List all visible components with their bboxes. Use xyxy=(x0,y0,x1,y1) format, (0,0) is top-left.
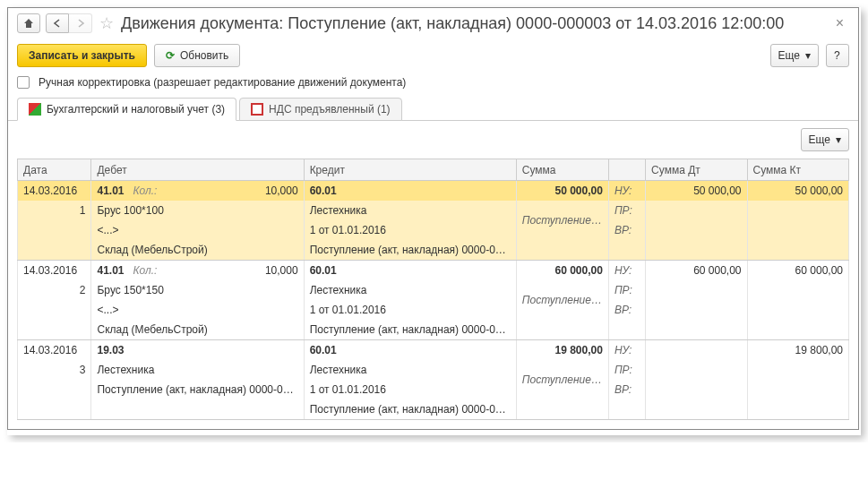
home-button[interactable] xyxy=(17,13,40,33)
grid-more-button[interactable]: Еще ▾ xyxy=(801,128,849,151)
chevron-down-icon: ▾ xyxy=(805,49,811,62)
col-debit[interactable]: Дебет xyxy=(91,159,304,181)
col-sum[interactable]: Сумма xyxy=(516,159,608,181)
close-button[interactable]: × xyxy=(830,15,849,31)
table-row[interactable]: <...> 1 от 01.01.2016 ВР: xyxy=(18,220,849,240)
table-row[interactable]: 14.03.2016 19.03 60.01 19 800,00 НУ: 19 … xyxy=(18,340,849,361)
table-row[interactable]: Склад (МебельСтрой) Поступление (акт, на… xyxy=(18,320,849,340)
table-header-row: Дата Дебет Кредит Сумма Сумма Дт Сумма К… xyxy=(18,159,849,181)
manual-edit-checkbox[interactable] xyxy=(17,76,30,89)
col-credit[interactable]: Кредит xyxy=(304,159,516,181)
table-row[interactable]: 14.03.2016 41.01 Кол.:10,000 60.01 60 00… xyxy=(18,261,849,281)
chevron-down-icon: ▾ xyxy=(836,133,841,146)
refresh-icon: ⟳ xyxy=(166,49,175,62)
tab-vat[interactable]: НДС предъявленный (1) xyxy=(239,98,401,121)
forward-button xyxy=(69,13,92,33)
table-row[interactable]: Склад (МебельСтрой) Поступление (акт, на… xyxy=(18,240,849,261)
col-sum-kt[interactable]: Сумма Кт xyxy=(747,159,848,181)
table-row[interactable]: <...> 1 от 01.01.2016 ВР: xyxy=(18,300,849,320)
col-sum-dt[interactable]: Сумма Дт xyxy=(646,159,747,181)
table-row[interactable]: 1 Брус 100*100 Лестехника Поступление то… xyxy=(18,201,849,220)
vat-icon xyxy=(251,103,263,116)
table-row[interactable]: Поступление (акт, накладная) 0000-000003… xyxy=(18,380,849,399)
page-title: Движения документа: Поступление (акт, на… xyxy=(121,14,825,33)
movements-table: Дата Дебет Кредит Сумма Сумма Дт Сумма К… xyxy=(17,159,849,420)
accounting-icon xyxy=(29,103,41,116)
table-row[interactable]: 3 Лестехника Лестехника Поступление това… xyxy=(18,360,849,380)
table-row[interactable]: 14.03.2016 41.01 Кол.:10,000 60.01 50 00… xyxy=(18,181,849,202)
col-tag xyxy=(608,159,645,181)
col-date[interactable]: Дата xyxy=(18,159,91,181)
refresh-button[interactable]: ⟳ Обновить xyxy=(154,44,240,67)
back-button[interactable] xyxy=(46,13,69,33)
table-row[interactable]: 2 Брус 150*150 Лестехника Поступление то… xyxy=(18,280,849,300)
table-row[interactable]: Поступление (акт, накладная) 0000-000... xyxy=(18,399,849,420)
help-button[interactable]: ? xyxy=(826,44,849,67)
manual-edit-label: Ручная корректировка (разрешает редактир… xyxy=(39,76,406,89)
save-close-button[interactable]: Записать и закрыть xyxy=(17,44,147,67)
tab-accounting[interactable]: Бухгалтерский и налоговый учет (3) xyxy=(17,98,236,121)
more-button[interactable]: Еще ▾ xyxy=(770,44,819,67)
favorite-icon[interactable]: ☆ xyxy=(98,14,116,32)
